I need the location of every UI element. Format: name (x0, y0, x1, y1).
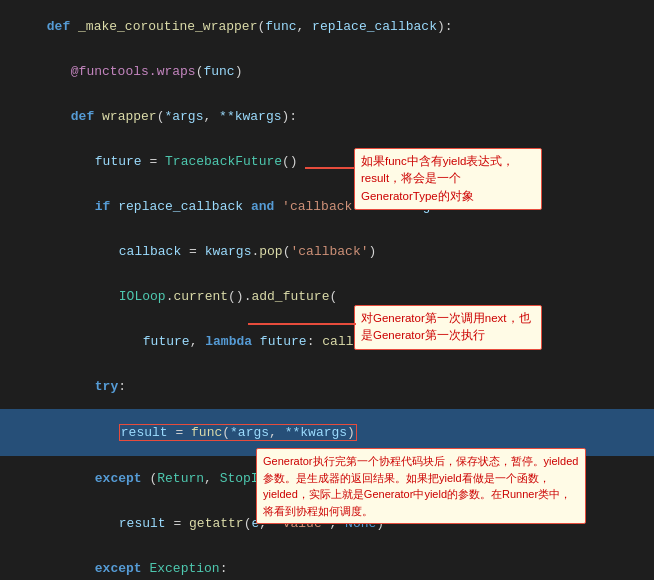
annotation-3: Generator执行完第一个协程代码块后，保存状态，暂停。yielded参数。… (256, 448, 586, 524)
annotation-1: 如果func中含有yield表达式，result，将会是一个GeneratorT… (354, 148, 542, 210)
code-line-13: except Exception: (0, 546, 654, 580)
code-line-8: future, lambda future: callback(future.r… (0, 319, 654, 364)
code-line-5: if replace_callback and 'callback' in kw… (0, 184, 654, 229)
code-line-2: @functools.wraps(func) (0, 49, 654, 94)
annotation-2: 对Generator第一次调用next，也是Generator第一次执行 (354, 305, 542, 350)
code-line-1: def _make_coroutine_wrapper(func, replac… (0, 4, 654, 49)
annotation-2-arrow (248, 323, 356, 325)
annotation-1-arrow (305, 167, 355, 169)
code-line-9: try: (0, 364, 654, 409)
code-viewer: def _make_coroutine_wrapper(func, replac… (0, 0, 654, 580)
code-line-7: IOLoop.current().add_future( (0, 274, 654, 319)
code-line-6: callback = kwargs.pop('callback') (0, 229, 654, 274)
code-line-3: def wrapper(*args, **kwargs): (0, 94, 654, 139)
code-line-4: future = TracebackFuture() (0, 139, 654, 184)
